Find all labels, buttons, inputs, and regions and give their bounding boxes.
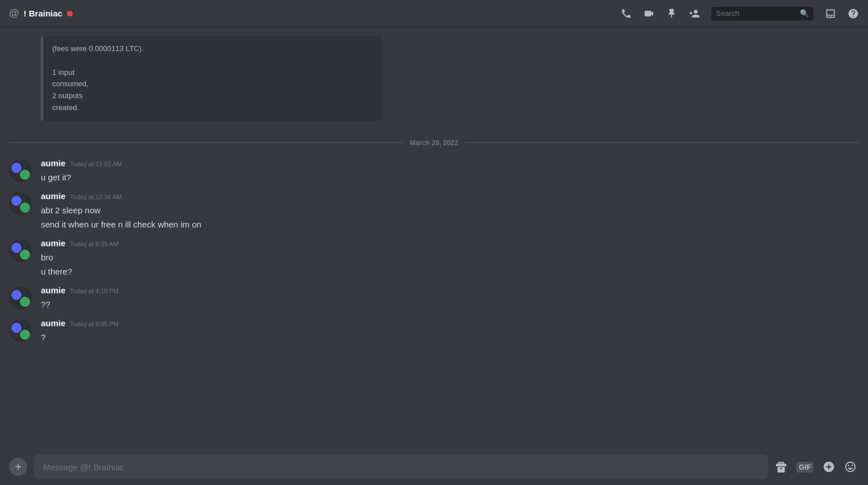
embed-line2: 1 inputconsumed,2 outputscreated. <box>52 67 372 114</box>
message-author: aumie <box>41 158 65 168</box>
chat-area: (fees were 0.0000113 LTC). 1 inputconsum… <box>0 27 868 449</box>
message-timestamp: Today at 12:02 AM <box>70 161 121 167</box>
avatar <box>9 192 32 215</box>
message-text: ?? <box>41 297 859 311</box>
date-divider-text: March 20, 2022 <box>410 139 458 147</box>
message-content: aumie Today at 12:02 AM u get it? <box>41 158 859 184</box>
message-header: aumie Today at 8:39 AM <box>41 238 859 248</box>
message-header: aumie Today at 4:10 PM <box>41 285 859 295</box>
avatar <box>9 159 32 182</box>
bottom-bar: + GIF <box>0 449 868 485</box>
input-icons: GIF <box>775 461 859 473</box>
embed-line1: (fees were 0.0000113 LTC). <box>52 43 372 55</box>
at-icon: @ <box>9 7 19 19</box>
date-divider: March 20, 2022 <box>0 134 868 151</box>
message-group: aumie Today at 9:05 PM ? <box>0 316 868 347</box>
message-timestamp: Today at 9:05 PM <box>70 320 119 327</box>
status-dot <box>67 11 73 16</box>
topbar-left: @ ! Brainiac <box>9 7 616 19</box>
gif-icon[interactable]: GIF <box>796 462 814 473</box>
pin-icon[interactable] <box>666 8 677 19</box>
date-divider-line-right <box>465 142 859 143</box>
message-group: aumie Today at 8:39 AM bro u there? <box>0 236 868 281</box>
message-group: aumie Today at 12:36 AM abt 2 sleep now … <box>0 189 868 234</box>
message-timestamp: Today at 12:36 AM <box>70 193 121 200</box>
message-line: ?? <box>41 297 859 311</box>
message-line: ? <box>41 330 859 344</box>
add-member-icon[interactable] <box>689 8 700 19</box>
message-header: aumie Today at 9:05 PM <box>41 318 859 328</box>
message-author: aumie <box>41 285 65 295</box>
message-text: ? <box>41 330 859 344</box>
message-line: bro <box>41 250 859 264</box>
gift-icon[interactable] <box>775 461 787 473</box>
help-icon[interactable] <box>848 8 859 19</box>
message-author: aumie <box>41 191 65 201</box>
call-icon[interactable] <box>620 8 632 19</box>
message-input[interactable] <box>34 454 768 479</box>
avatar <box>9 319 32 342</box>
embed-box: (fees were 0.0000113 LTC). 1 inputconsum… <box>41 36 381 121</box>
search-bar[interactable]: Search 🔍 <box>711 7 814 20</box>
message-text: u get it? <box>41 170 859 184</box>
topbar-icons: Search 🔍 <box>620 7 859 20</box>
message-timestamp: Today at 8:39 AM <box>70 241 118 247</box>
message-content: aumie Today at 12:36 AM abt 2 sleep now … <box>41 191 859 231</box>
message-content: aumie Today at 9:05 PM ? <box>41 318 859 344</box>
video-icon[interactable] <box>643 8 655 19</box>
avatar <box>9 239 32 262</box>
avatar <box>9 286 32 309</box>
message-line: abt 2 sleep now <box>41 203 859 217</box>
message-header: aumie Today at 12:02 AM <box>41 158 859 168</box>
message-timestamp: Today at 4:10 PM <box>70 288 119 294</box>
message-header: aumie Today at 12:36 AM <box>41 191 859 201</box>
message-group: aumie Today at 12:02 AM u get it? <box>0 156 868 187</box>
search-icon: 🔍 <box>800 9 809 18</box>
date-divider-line-left <box>9 142 403 143</box>
topbar: @ ! Brainiac Search 🔍 <box>0 0 868 27</box>
inbox-icon[interactable] <box>825 8 836 19</box>
message-content: aumie Today at 4:10 PM ?? <box>41 285 859 311</box>
emoji-icon[interactable] <box>844 461 857 473</box>
message-line: u get it? <box>41 170 859 184</box>
message-text: bro u there? <box>41 250 859 279</box>
message-line: u there? <box>41 264 859 279</box>
search-placeholder: Search <box>716 9 796 18</box>
message-group: aumie Today at 4:10 PM ?? <box>0 283 868 314</box>
message-text: abt 2 sleep now send it when ur free n i… <box>41 203 859 231</box>
message-line: send it when ur free n ill check when im… <box>41 217 859 231</box>
sticker-icon[interactable] <box>823 461 835 473</box>
message-content: aumie Today at 8:39 AM bro u there? <box>41 238 859 279</box>
message-author: aumie <box>41 318 65 328</box>
channel-name: ! Brainiac <box>24 9 62 18</box>
message-author: aumie <box>41 238 65 248</box>
add-button[interactable]: + <box>9 458 27 476</box>
